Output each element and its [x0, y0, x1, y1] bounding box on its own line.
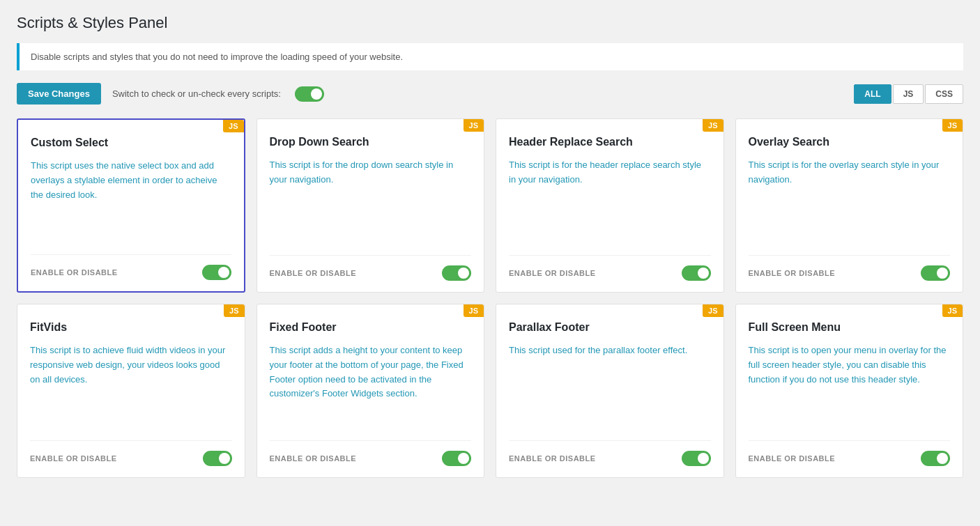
slider-drop-down-search [442, 265, 471, 281]
card-full-screen-menu: JS Full Screen Menu This script is to op… [735, 304, 964, 478]
enable-label-full-screen-menu: ENABLE OR DISABLE [749, 454, 836, 463]
card-title-parallax-footer: Parallax Footer [509, 321, 711, 334]
enable-label-fixed-footer: ENABLE OR DISABLE [270, 454, 357, 463]
card-title-fitvids: FitVids [30, 321, 232, 334]
card-badge-full-screen-menu: JS [942, 304, 963, 317]
toolbar: Save Changes Switch to check or un-check… [17, 83, 963, 105]
card-desc-fitvids: This script is to achieve fluid width vi… [30, 343, 232, 426]
card-fixed-footer: JS Fixed Footer This script adds a heigh… [257, 304, 485, 478]
toggle-parallax-footer[interactable] [682, 451, 711, 466]
card-footer-header-replace-search: ENABLE OR DISABLE [509, 255, 711, 281]
card-desc-header-replace-search: This script is for the header replace se… [509, 158, 711, 241]
card-footer-custom-select: ENABLE OR DISABLE [31, 254, 231, 280]
toggle-custom-select[interactable] [202, 265, 231, 280]
slider-header-replace-search [682, 265, 711, 281]
save-button[interactable]: Save Changes [17, 83, 101, 105]
card-badge-header-replace-search: JS [703, 119, 723, 132]
card-overlay-search: JS Overlay Search This script is for the… [735, 118, 964, 293]
card-custom-select: JS Custom Select This script uses the na… [17, 118, 245, 293]
card-footer-parallax-footer: ENABLE OR DISABLE [509, 440, 711, 466]
card-header-replace-search: JS Header Replace Search This script is … [496, 118, 724, 293]
switch-label: Switch to check or un-check every script… [112, 88, 281, 99]
global-toggle[interactable] [295, 86, 324, 102]
slider-fixed-footer [442, 451, 471, 466]
card-title-overlay-search: Overlay Search [749, 136, 951, 148]
card-badge-overlay-search: JS [942, 119, 963, 132]
filter-js-button[interactable]: JS [893, 84, 924, 104]
card-badge-parallax-footer: JS [703, 304, 723, 317]
card-desc-fixed-footer: This script adds a height to your conten… [270, 343, 472, 426]
page-title: Scripts & Styles Panel [17, 14, 963, 32]
page-wrapper: Scripts & Styles Panel Disable scripts a… [0, 0, 980, 492]
enable-label-header-replace-search: ENABLE OR DISABLE [509, 269, 596, 277]
card-badge-custom-select: JS [223, 120, 243, 132]
card-desc-custom-select: This script uses the native select box a… [31, 159, 231, 240]
toggle-full-screen-menu[interactable] [921, 451, 950, 466]
card-title-full-screen-menu: Full Screen Menu [749, 321, 951, 334]
card-desc-overlay-search: This script is for the overlay search st… [749, 158, 951, 241]
card-parallax-footer: JS Parallax Footer This script used for … [496, 304, 724, 478]
card-badge-drop-down-search: JS [464, 119, 484, 132]
card-title-fixed-footer: Fixed Footer [270, 321, 472, 334]
card-footer-drop-down-search: ENABLE OR DISABLE [270, 255, 472, 281]
filter-css-button[interactable]: CSS [925, 84, 963, 104]
enable-label-custom-select: ENABLE OR DISABLE [31, 268, 118, 277]
card-title-custom-select: Custom Select [31, 137, 231, 149]
slider-overlay-search [921, 265, 950, 281]
enable-label-parallax-footer: ENABLE OR DISABLE [509, 454, 596, 463]
enable-label-overlay-search: ENABLE OR DISABLE [749, 269, 836, 277]
slider-custom-select [202, 265, 231, 280]
toggle-overlay-search[interactable] [921, 265, 950, 281]
card-footer-fixed-footer: ENABLE OR DISABLE [270, 440, 472, 466]
slider-parallax-footer [682, 451, 711, 466]
notice-text: Disable scripts and styles that you do n… [31, 52, 403, 62]
toggle-fitvids[interactable] [203, 451, 232, 466]
card-desc-parallax-footer: This script used for the parallax footer… [509, 343, 711, 426]
card-desc-drop-down-search: This script is for the drop down search … [270, 158, 472, 241]
enable-label-drop-down-search: ENABLE OR DISABLE [270, 269, 357, 277]
card-desc-full-screen-menu: This script is to open your menu in over… [749, 343, 951, 426]
card-fitvids: JS FitVids This script is to achieve flu… [17, 304, 245, 478]
card-footer-fitvids: ENABLE OR DISABLE [30, 440, 232, 466]
notice-bar: Disable scripts and styles that you do n… [17, 43, 963, 70]
card-title-drop-down-search: Drop Down Search [270, 136, 472, 148]
card-footer-overlay-search: ENABLE OR DISABLE [749, 255, 951, 281]
card-badge-fitvids: JS [224, 304, 244, 317]
filter-all-button[interactable]: ALL [854, 84, 891, 104]
card-drop-down-search: JS Drop Down Search This script is for t… [257, 118, 485, 293]
cards-grid: JS Custom Select This script uses the na… [17, 118, 963, 478]
card-title-header-replace-search: Header Replace Search [509, 136, 711, 148]
card-badge-fixed-footer: JS [464, 304, 484, 317]
slider-fitvids [203, 451, 232, 466]
enable-label-fitvids: ENABLE OR DISABLE [30, 454, 117, 463]
card-footer-full-screen-menu: ENABLE OR DISABLE [749, 440, 951, 466]
toggle-header-replace-search[interactable] [682, 265, 711, 281]
global-toggle-slider [295, 86, 324, 102]
filter-buttons: ALL JS CSS [854, 84, 963, 104]
toggle-fixed-footer[interactable] [442, 451, 471, 466]
slider-full-screen-menu [921, 451, 950, 466]
toggle-drop-down-search[interactable] [442, 265, 471, 281]
